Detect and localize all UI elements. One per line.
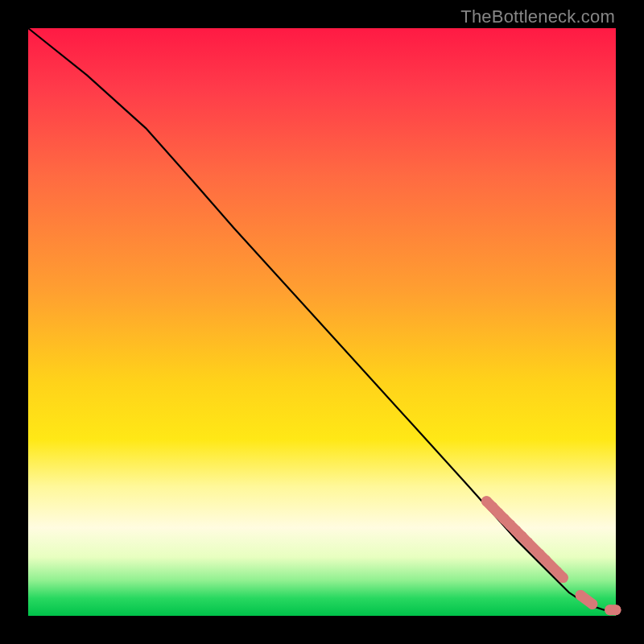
marker-dot <box>587 599 597 609</box>
chart-frame: TheBottleneck.com <box>0 0 644 644</box>
series-markers <box>481 496 621 615</box>
watermark-text: TheBottleneck.com <box>460 6 615 27</box>
series-curve <box>28 28 616 610</box>
chart-overlay <box>28 28 616 616</box>
plot-area <box>28 28 616 616</box>
marker-dot <box>611 605 621 615</box>
marker-dot <box>558 572 568 583</box>
